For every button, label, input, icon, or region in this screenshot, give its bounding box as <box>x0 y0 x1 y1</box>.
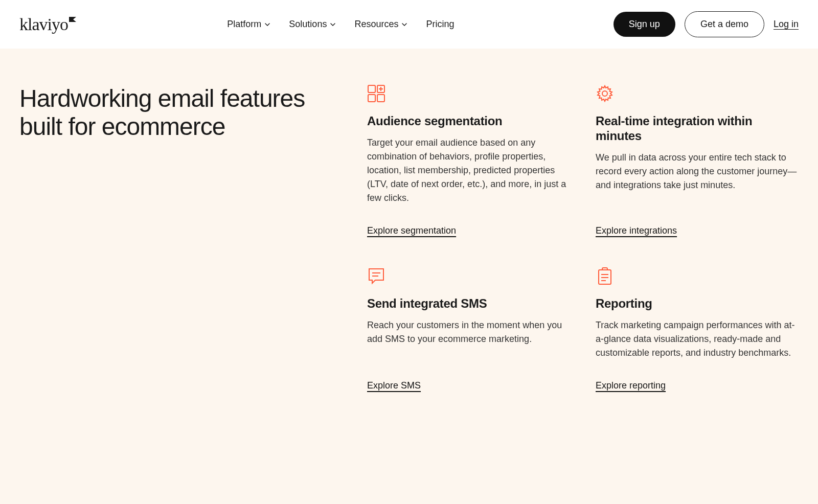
explore-sms-link[interactable]: Explore SMS <box>367 380 421 391</box>
main-nav: Platform Solutions Resources Pricing <box>227 19 454 30</box>
feature-title: Reporting <box>596 296 652 311</box>
brand-text: klaviyo <box>19 15 68 34</box>
svg-rect-0 <box>368 85 375 93</box>
nav-label: Pricing <box>426 19 454 30</box>
brand-flag-icon <box>69 17 76 22</box>
feature-realtime-integration: Real-time integration within minutes We … <box>596 84 799 236</box>
nav-item-solutions[interactable]: Solutions <box>289 19 336 30</box>
feature-title: Audience segmentation <box>367 114 502 129</box>
chevron-down-icon <box>264 21 270 28</box>
feature-integrated-sms: Send integrated SMS Reach your customers… <box>367 267 570 391</box>
nav-item-platform[interactable]: Platform <box>227 19 270 30</box>
chat-icon <box>367 267 385 285</box>
feature-desc: Target your email audience based on any … <box>367 136 570 205</box>
feature-desc: Track marketing campaign performances wi… <box>596 318 799 360</box>
explore-integrations-link[interactable]: Explore integrations <box>596 225 677 236</box>
explore-segmentation-link[interactable]: Explore segmentation <box>367 225 456 236</box>
nav-item-resources[interactable]: Resources <box>354 19 407 30</box>
login-link[interactable]: Log in <box>774 19 799 30</box>
clipboard-icon <box>596 267 614 285</box>
hero-title: Hardworking email features built for eco… <box>19 84 336 141</box>
svg-rect-5 <box>377 95 384 102</box>
explore-reporting-link[interactable]: Explore reporting <box>596 380 666 391</box>
feature-title: Real-time integration within minutes <box>596 114 799 144</box>
feature-audience-segmentation: Audience segmentation Target your email … <box>367 84 570 236</box>
svg-rect-4 <box>368 95 375 102</box>
hero-section: Hardworking email features built for eco… <box>0 49 818 504</box>
nav-item-pricing[interactable]: Pricing <box>426 19 454 30</box>
gear-icon <box>596 84 614 103</box>
grid-icon <box>367 84 385 103</box>
svg-point-6 <box>602 91 607 96</box>
feature-reporting: Reporting Track marketing campaign perfo… <box>596 267 799 391</box>
feature-desc: Reach your customers in the moment when … <box>367 318 570 346</box>
signup-button[interactable]: Sign up <box>614 12 675 37</box>
get-demo-button[interactable]: Get a demo <box>685 11 764 37</box>
nav-label: Solutions <box>289 19 327 30</box>
chevron-down-icon <box>401 21 407 28</box>
feature-desc: We pull in data across your entire tech … <box>596 151 799 192</box>
brand-logo[interactable]: klaviyo <box>19 15 68 34</box>
hero-left: Hardworking email features built for eco… <box>19 84 336 391</box>
feature-title: Send integrated SMS <box>367 296 487 311</box>
chevron-down-icon <box>330 21 336 28</box>
nav-label: Platform <box>227 19 261 30</box>
header-actions: Sign up Get a demo Log in <box>614 11 799 37</box>
site-header: klaviyo Platform Solutions Resources Pri… <box>0 0 818 49</box>
nav-label: Resources <box>354 19 398 30</box>
features-grid: Audience segmentation Target your email … <box>367 84 799 391</box>
